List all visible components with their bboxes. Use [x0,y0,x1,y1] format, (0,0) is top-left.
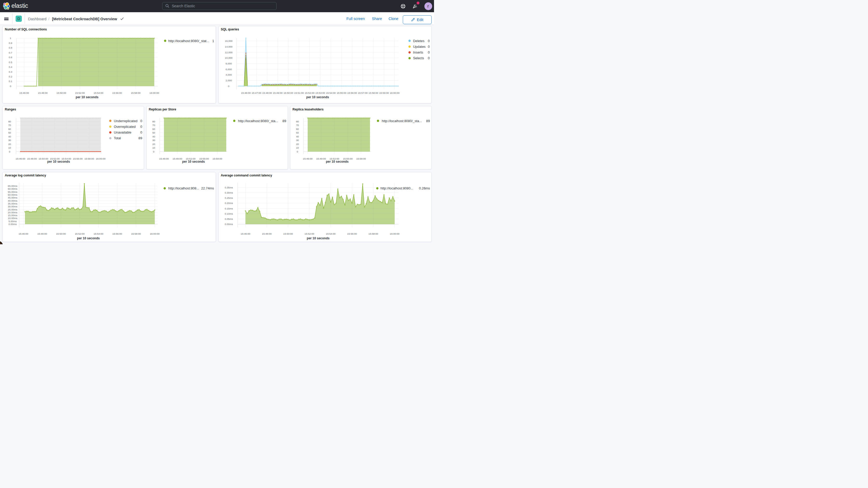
svg-text:80: 80 [152,120,155,123]
svg-text:0.10ms: 0.10ms [224,212,233,215]
svg-text:per 10 seconds: per 10 seconds [75,95,98,99]
svg-text:15:52:00: 15:52:00 [75,91,85,94]
svg-text:Unavailable: Unavailable [114,130,131,134]
svg-text:per 10 seconds: per 10 seconds [47,159,70,163]
svg-text:15:57:00: 15:57:00 [358,91,368,94]
svg-text:0.5: 0.5 [8,61,12,63]
svg-text:15:49:00: 15:49:00 [273,91,282,94]
svg-text:per 10 seconds: per 10 seconds [307,237,330,240]
svg-text:Deletes: Deletes [413,39,424,42]
svg-text:per 10 seconds: per 10 seconds [306,95,329,99]
svg-text:10: 10 [152,146,155,149]
svg-text:5.00ms: 5.00ms [8,220,17,222]
svg-text:20: 20 [152,143,155,145]
svg-text:0.4: 0.4 [8,65,12,68]
svg-text:15:56:00: 15:56:00 [347,232,356,235]
svg-text:15:50:00: 15:50:00 [283,232,292,235]
svg-text:Total: Total [114,136,121,140]
svg-text:15:58:00: 15:58:00 [84,157,94,160]
svg-text:22.74ms: 22.74ms [201,186,214,190]
svg-text:15:50:00: 15:50:00 [38,157,48,160]
svg-text:20.00ms: 20.00ms [8,211,18,214]
svg-text:15:48:00: 15:48:00 [262,91,272,94]
svg-text:15:46:00: 15:46:00 [19,91,29,94]
svg-text:Updates: Updates [413,44,426,48]
svg-text:70: 70 [8,124,11,126]
svg-text:15:58:00: 15:58:00 [356,157,366,160]
svg-text:15:52:00: 15:52:00 [304,232,314,235]
svg-text:10.00ms: 10.00ms [8,217,18,220]
svg-text:30: 30 [8,139,11,142]
svg-text:15:46:00: 15:46:00 [240,232,250,235]
svg-text:0: 0 [297,150,298,153]
svg-text:0.2: 0.2 [8,75,12,78]
svg-text:0: 0 [140,119,142,123]
svg-text:0.3: 0.3 [8,70,12,73]
svg-text:15:58:00: 15:58:00 [369,91,378,94]
svg-text:15:46:00: 15:46:00 [241,91,250,94]
svg-text:50.00ms: 50.00ms [8,193,18,196]
svg-text:16:00:00: 16:00:00 [390,91,399,94]
svg-text:15:46:00: 15:46:00 [16,157,25,160]
svg-text:0.30ms: 0.30ms [224,191,233,194]
svg-text:0.05ms: 0.05ms [224,217,233,220]
svg-text:15:55:00: 15:55:00 [337,91,346,94]
svg-text:60.00ms: 60.00ms [8,187,18,190]
svg-text:http://localhost:8080...: http://localhost:8080... [380,186,413,190]
svg-text:http://localhost:808...: http://localhost:808... [168,186,199,190]
svg-text:30: 30 [152,139,155,142]
svg-text:30: 30 [296,139,299,142]
svg-text:80: 80 [296,120,299,123]
svg-text:70: 70 [152,124,155,126]
svg-text:40.00ms: 40.00ms [8,199,18,202]
svg-text:1: 1 [212,39,214,42]
svg-text:http://localhost:8080/_sta...: http://localhost:8080/_sta... [382,119,422,123]
svg-text:15:50:00: 15:50:00 [56,91,66,94]
svg-text:15:56:00: 15:56:00 [112,232,122,235]
svg-text:0: 0 [140,130,142,134]
svg-text:0.1: 0.1 [8,80,12,83]
svg-text:45.00ms: 45.00ms [8,196,18,199]
svg-text:15:52:00: 15:52:00 [74,232,84,235]
svg-text:0.25ms: 0.25ms [224,196,233,199]
svg-text:0.8: 0.8 [8,46,12,49]
svg-text:15:56:00: 15:56:00 [112,91,122,94]
svg-text:15:48:00: 15:48:00 [262,232,271,235]
svg-text:20: 20 [8,143,11,145]
svg-text:0.9: 0.9 [8,41,12,44]
svg-text:10,000: 10,000 [225,56,232,59]
svg-text:4,000: 4,000 [225,73,231,76]
svg-text:15:58:00: 15:58:00 [212,157,222,160]
svg-text:0: 0 [9,150,10,153]
svg-text:15:48:00: 15:48:00 [38,91,47,94]
svg-text:15:49:00: 15:49:00 [316,157,326,160]
svg-text:40: 40 [296,135,299,138]
svg-text:80: 80 [8,120,11,123]
svg-text:60: 60 [296,127,299,130]
svg-text:per 10 seconds: per 10 seconds [326,159,348,163]
svg-text:14,000: 14,000 [225,45,232,48]
svg-text:0: 0 [428,56,430,60]
svg-text:0: 0 [428,51,430,54]
svg-text:15:48:00: 15:48:00 [37,232,47,235]
svg-text:60: 60 [152,127,155,130]
svg-text:6,000: 6,000 [225,67,231,70]
svg-text:Overreplicated: Overreplicated [114,124,136,128]
svg-text:15:58:00: 15:58:00 [131,91,140,94]
svg-text:15:50:00: 15:50:00 [56,232,65,235]
svg-text:50: 50 [8,131,11,134]
svg-text:0.6: 0.6 [8,56,12,59]
svg-text:15:51:00: 15:51:00 [294,91,304,94]
svg-text:40: 40 [152,135,155,138]
svg-text:0.26ms: 0.26ms [419,186,430,190]
svg-text:16:00:00: 16:00:00 [96,157,105,160]
svg-text:15:59:00: 15:59:00 [379,91,389,94]
svg-text:15:52:00: 15:52:00 [305,91,314,94]
svg-text:15:54:00: 15:54:00 [326,232,335,235]
svg-text:0.00ms: 0.00ms [224,223,233,225]
svg-text:2,000: 2,000 [225,79,231,82]
svg-text:0.15ms: 0.15ms [224,207,233,210]
svg-text:15:56:00: 15:56:00 [73,157,82,160]
svg-text:0.35ms: 0.35ms [224,186,233,189]
svg-text:15:47:00: 15:47:00 [252,91,261,94]
